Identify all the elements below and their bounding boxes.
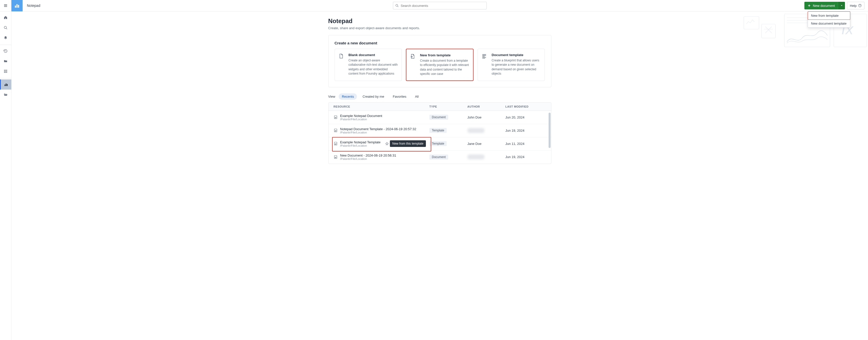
- filter-chip[interactable]: Created by me: [360, 93, 387, 100]
- dropdown-item[interactable]: New document template: [808, 20, 850, 27]
- resource-name: New Document - 2024-06-19 20:56:31: [340, 153, 396, 157]
- type-cell: Document: [429, 115, 467, 120]
- svg-rect-39: [336, 157, 336, 158]
- resource-path: /Palantir/File/Location: [340, 131, 416, 134]
- author-cell: John Doe: [467, 115, 505, 119]
- search-icon: [4, 26, 8, 30]
- svg-rect-8: [4, 72, 5, 73]
- nav-apps[interactable]: [0, 66, 11, 76]
- table-row[interactable]: Notepad Document Template - 2024-06-19 2…: [329, 124, 551, 137]
- template-lines-icon: [482, 53, 489, 77]
- option-title: New from template: [420, 53, 469, 57]
- svg-rect-38: [335, 157, 335, 158]
- svg-rect-6: [5, 71, 6, 72]
- create-option-card[interactable]: Document template Create a blueprint tha…: [477, 49, 545, 81]
- help-button[interactable]: Help: [847, 2, 864, 9]
- type-cell: Template: [429, 141, 467, 146]
- create-section-heading: Create a new document: [335, 41, 545, 45]
- document-icon: [334, 129, 338, 133]
- svg-point-0: [4, 26, 7, 29]
- bar-chart-icon: [14, 3, 20, 8]
- col-resource: RESOURCE: [334, 105, 429, 108]
- tooltip: New from this template: [390, 140, 426, 147]
- table-row[interactable]: Example Notepad Template /Palantir/File/…: [329, 137, 551, 150]
- document-icon: [334, 155, 338, 159]
- table-scrollbar[interactable]: [549, 113, 551, 163]
- documents-table: RESOURCE TYPE AUTHOR LAST MODIFIED Examp…: [328, 102, 551, 164]
- resource-path: /Palantir/File/Location: [340, 157, 396, 160]
- nav-open-folder[interactable]: [0, 90, 11, 100]
- resource-cell: New Document - 2024-06-19 20:56:31 /Pala…: [334, 153, 429, 160]
- document-icon: [334, 142, 338, 146]
- nav-search[interactable]: [0, 23, 11, 33]
- new-document-dropdown: New from templateNew document template: [808, 11, 850, 28]
- clock-icon: [4, 49, 8, 53]
- search-box: [393, 2, 487, 9]
- svg-rect-4: [6, 70, 7, 70]
- table-row[interactable]: New Document - 2024-06-19 20:56:31 /Pala…: [329, 150, 551, 164]
- create-option-card[interactable]: New from template Create a document from…: [406, 49, 473, 81]
- col-type: TYPE: [429, 105, 467, 108]
- resource-cell: Example Notepad Document /Palantir/File/…: [334, 114, 429, 121]
- view-filter-row: View RecentsCreated by meFavoritesAll: [323, 93, 556, 100]
- filter-chip[interactable]: Favorites: [390, 93, 409, 100]
- dropdown-item[interactable]: New from template: [808, 11, 850, 20]
- plus-icon: [807, 4, 811, 7]
- main-column: Notepad New document Help: [11, 0, 868, 340]
- open-folder-icon: [4, 93, 8, 97]
- left-rail: [0, 0, 11, 340]
- document-icon: [334, 115, 338, 119]
- author-cell: hidden: [467, 129, 505, 133]
- help-icon: [858, 4, 862, 7]
- svg-rect-7: [6, 71, 7, 72]
- resource-path: /Palantir/File/Location: [340, 118, 382, 121]
- hamburger-button[interactable]: [0, 0, 11, 11]
- bar-chart-icon: [4, 82, 8, 87]
- nav-files[interactable]: [0, 56, 11, 66]
- svg-rect-15: [17, 4, 18, 8]
- new-document-caret[interactable]: [838, 2, 845, 9]
- brand-logo[interactable]: [11, 0, 23, 11]
- app-title: Notepad: [23, 4, 44, 8]
- resource-name: Example Notepad Document: [340, 114, 382, 118]
- author-cell: hidden: [467, 155, 505, 159]
- type-badge: Document: [429, 115, 448, 120]
- search-icon: [395, 4, 399, 7]
- modified-cell: Jun 19, 2024: [505, 155, 546, 159]
- modified-cell: Jun 20, 2024: [505, 115, 546, 119]
- option-title: Blank document: [348, 53, 398, 57]
- top-bar: Notepad New document Help: [11, 0, 868, 11]
- filter-chip[interactable]: All: [412, 93, 422, 100]
- file-import-icon: [410, 53, 417, 76]
- help-label: Help: [850, 4, 857, 8]
- svg-rect-12: [6, 83, 6, 86]
- svg-rect-2: [4, 70, 5, 70]
- table-row[interactable]: Example Notepad Document /Palantir/File/…: [329, 111, 551, 124]
- create-document-card: Create a new document Blank document Cre…: [328, 35, 551, 87]
- svg-rect-5: [4, 71, 5, 72]
- svg-rect-14: [15, 6, 16, 8]
- author-cell: Jane Doe: [467, 142, 505, 146]
- nav-recent[interactable]: [0, 46, 11, 56]
- view-label: View: [328, 95, 335, 98]
- svg-rect-16: [18, 5, 19, 8]
- type-badge: Template: [429, 141, 447, 146]
- create-option-card[interactable]: Blank document Create an object-aware co…: [335, 49, 402, 81]
- page-title: Notepad: [328, 18, 551, 25]
- nav-notifications[interactable]: [0, 33, 11, 43]
- new-document-label: New document: [813, 4, 835, 8]
- col-author: AUTHOR: [467, 105, 505, 108]
- resource-path: /Palantir/File/Location: [340, 144, 380, 147]
- resource-name: Example Notepad Template: [340, 140, 380, 144]
- filter-chip[interactable]: Recents: [339, 93, 357, 100]
- svg-rect-32: [335, 131, 335, 132]
- chevron-down-icon: [840, 4, 843, 7]
- svg-rect-30: [336, 117, 336, 118]
- option-description: Create a blueprint that allows users to …: [492, 58, 541, 76]
- modified-cell: Jun 19, 2024: [505, 129, 546, 133]
- nav-notepad[interactable]: [0, 79, 11, 90]
- new-document-button[interactable]: New document: [804, 2, 838, 9]
- search-input[interactable]: [401, 4, 485, 8]
- nav-home[interactable]: [0, 12, 11, 23]
- svg-point-19: [860, 6, 860, 6]
